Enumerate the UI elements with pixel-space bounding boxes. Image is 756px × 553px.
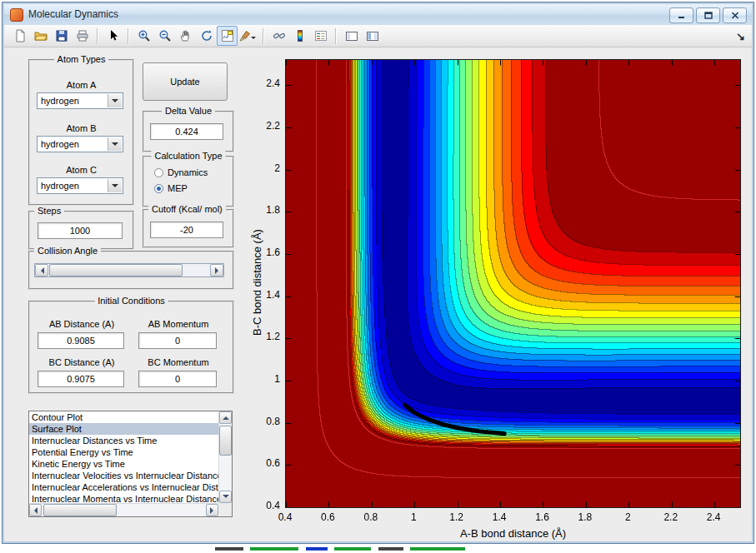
code-glimpse-fragment (410, 547, 465, 551)
list-item[interactable]: Internuclear Velocities vs Internuclear … (29, 470, 218, 481)
atom-b-dropdown[interactable]: hydrogen (37, 136, 123, 152)
radio-mep-icon[interactable] (154, 184, 163, 193)
initial-conditions-panel-title: Initial Conditions (94, 296, 168, 306)
hide-plot-tools-button[interactable] (341, 26, 362, 46)
cutoff-panel-title: Cutoff (Kcal/ mol) (148, 204, 226, 214)
open-file-button[interactable] (30, 26, 51, 46)
collision-angle-panel-title: Collision Angle (34, 246, 101, 256)
radio-dynamics[interactable]: Dynamics (154, 167, 208, 177)
maximize-button[interactable] (696, 7, 720, 23)
print-icon (76, 29, 89, 42)
brush-icon (238, 29, 250, 42)
bc-momentum-label: BC Momentum (133, 357, 223, 367)
atom-c-label: Atom C (30, 165, 133, 175)
list-item[interactable]: Surface Plot (29, 423, 218, 435)
save-figure-button[interactable] (51, 26, 72, 46)
x-tick-label: 1 (398, 511, 428, 523)
insert-colorbar-button[interactable] (289, 26, 310, 46)
show-plot-tools-button[interactable] (362, 26, 383, 46)
zoom-in-button[interactable] (133, 26, 154, 46)
pan-button[interactable] (175, 26, 196, 46)
save-icon (55, 29, 68, 42)
slider-right-arrow[interactable] (210, 264, 223, 276)
pes-plot-axes (285, 59, 741, 508)
steps-field[interactable] (38, 222, 123, 239)
open-folder-icon (34, 29, 48, 42)
plot-type-list[interactable]: Contour PlotSurface PlotInternuclear Dis… (28, 411, 233, 517)
right-arrow-icon (215, 267, 222, 274)
x-tick-label: 1.2 (442, 511, 472, 523)
insert-legend-button[interactable] (310, 26, 331, 46)
close-button[interactable] (723, 7, 747, 23)
minimize-button[interactable] (669, 7, 693, 23)
list-item[interactable]: Internuclear Distances vs Time (29, 435, 218, 446)
bc-momentum-field[interactable] (138, 371, 217, 387)
dropdown-arrow-icon[interactable] (108, 137, 122, 151)
atom-c-dropdown[interactable]: hydrogen (37, 177, 123, 194)
y-tick-label: 2.2 (238, 120, 280, 132)
bc-distance-field[interactable] (38, 371, 124, 387)
delta-value-field[interactable] (150, 123, 223, 140)
vertical-scroll-thumb[interactable] (219, 426, 232, 456)
dock-figure-icon[interactable]: ↘ (736, 30, 745, 42)
atom-a-dropdown[interactable]: hydrogen (37, 92, 123, 109)
edit-plot-button[interactable] (103, 26, 123, 46)
rotate-3d-button[interactable] (196, 26, 217, 46)
collision-angle-slider-thumb[interactable] (49, 264, 183, 276)
rotate-3d-icon (200, 29, 213, 42)
list-item[interactable]: Contour Plot (29, 411, 218, 423)
brush-data-button[interactable] (238, 26, 258, 46)
radio-dynamics-icon[interactable] (154, 168, 163, 177)
minimize-icon (678, 12, 686, 19)
atom-b-value: hydrogen (41, 137, 79, 152)
scroll-up-button[interactable] (219, 411, 232, 424)
list-item[interactable]: Kinetic Energy vs Time (29, 458, 218, 470)
collision-angle-slider[interactable] (34, 263, 224, 277)
dropdown-arrow-icon[interactable] (108, 94, 122, 107)
zoom-in-icon (138, 29, 151, 42)
cutoff-panel: Cutoff (Kcal/ mol) (143, 209, 234, 248)
ab-momentum-field[interactable] (138, 332, 217, 349)
y-tick-label: 0.8 (238, 416, 280, 427)
title-bar[interactable]: Molecular Dynamics (4, 4, 752, 26)
ab-distance-label: AB Distance (A) (35, 319, 128, 329)
link-plot-button[interactable] (268, 26, 289, 46)
list-item[interactable]: Potential Energy vs Time (29, 446, 218, 458)
print-figure-button[interactable] (72, 26, 93, 46)
steps-panel-title: Steps (34, 206, 64, 216)
maximize-icon (704, 12, 713, 19)
update-button[interactable]: Update (143, 62, 228, 101)
y-tick-label: 2.4 (238, 77, 280, 89)
x-tick-label: 0.4 (270, 511, 300, 523)
initial-conditions-panel: Initial Conditions AB Distance (A) AB Mo… (28, 301, 234, 394)
horizontal-scroll-thumb[interactable] (43, 504, 117, 516)
window-title: Molecular Dynamics (28, 4, 118, 25)
ab-distance-field[interactable] (38, 332, 124, 349)
list-vertical-scrollbar[interactable] (218, 411, 232, 503)
dropdown-arrow-icon[interactable] (108, 179, 122, 192)
slider-left-arrow[interactable] (35, 264, 48, 276)
legend-icon (314, 29, 328, 42)
code-glimpse-fragment (378, 547, 403, 551)
atom-types-panel: Atom Types Atom A hydrogen Atom B hydrog… (28, 59, 134, 206)
radio-mep[interactable]: MEP (154, 183, 188, 193)
scroll-left-button[interactable] (29, 504, 42, 516)
left-arrow-icon (38, 267, 44, 274)
y-tick-label: 1.6 (238, 247, 280, 258)
brush-dropdown-caret-icon[interactable] (251, 37, 256, 42)
code-glimpse-fragment (250, 547, 298, 551)
code-glimpse-fragment (306, 547, 328, 551)
scroll-right-button[interactable] (206, 504, 218, 516)
scroll-down-button[interactable] (219, 491, 232, 503)
cutoff-field[interactable] (150, 222, 223, 238)
x-tick-label: 1.8 (570, 511, 600, 523)
list-item[interactable]: Internuclear Momenta vs Internuclear Dis… (29, 493, 218, 503)
list-item[interactable]: Internuclear Accelerations vs Internucle… (29, 481, 218, 493)
pes-contour-canvas[interactable] (286, 60, 740, 507)
calculation-type-panel: Calculation Type Dynamics MEP (143, 156, 234, 207)
list-horizontal-scrollbar[interactable] (29, 503, 218, 516)
data-cursor-button[interactable] (217, 26, 238, 46)
zoom-out-button[interactable] (154, 26, 175, 46)
calculation-type-panel-title: Calculation Type (151, 151, 225, 161)
new-figure-button[interactable] (9, 26, 30, 46)
